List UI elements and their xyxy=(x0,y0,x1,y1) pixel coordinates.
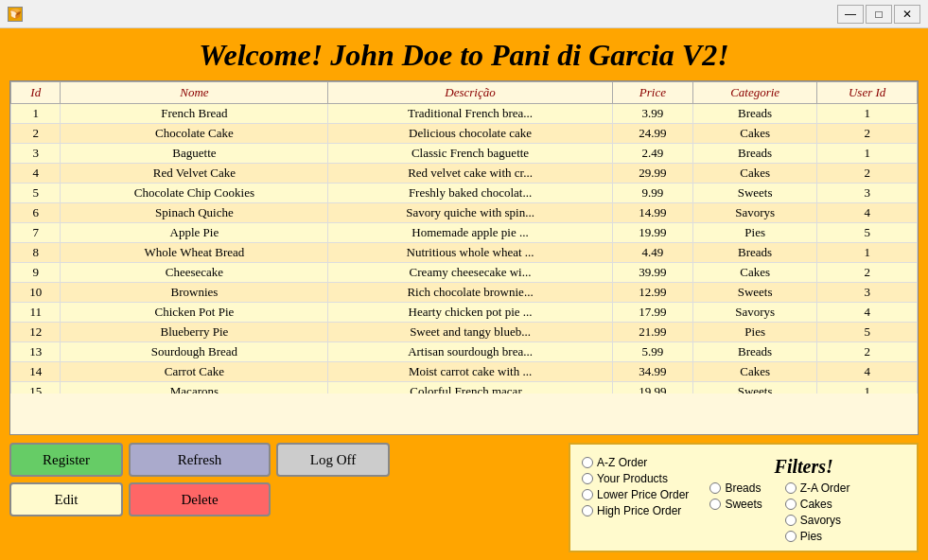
filter-your-products-radio[interactable] xyxy=(582,473,593,484)
table-row[interactable]: 12Blueberry PieSweet and tangy blueb...2… xyxy=(11,323,918,342)
table-cell: Classic French baguette xyxy=(328,144,612,164)
filters-right-column: Z-A Order Cakes Savorys xyxy=(785,481,850,543)
table-scroll[interactable]: Id Nome Descrição Price Categorie User I… xyxy=(10,81,918,394)
app-icon: 🍞 xyxy=(8,7,23,22)
table-cell: Sourdough Bread xyxy=(61,342,328,362)
table-row[interactable]: 9CheesecakeCreamy cheesecake wi...39.99C… xyxy=(11,263,918,283)
table-cell: Pies xyxy=(693,323,817,342)
bottom-area: Register Refresh Log Off Edit Delete Fil… xyxy=(0,435,928,560)
table-cell: Breads xyxy=(693,144,817,164)
filter-cakes: Cakes xyxy=(785,498,850,511)
table-row[interactable]: 15MacaronsColorful French macar...19.99S… xyxy=(11,382,918,394)
table-cell: Savory quiche with spin... xyxy=(328,203,612,223)
filter-sweets-radio[interactable] xyxy=(709,499,721,510)
table-cell: 13 xyxy=(11,342,61,362)
table-cell: Brownies xyxy=(61,283,328,303)
table-row[interactable]: 4Red Velvet CakeRed velvet cake with cr.… xyxy=(11,164,918,184)
title-bar: 🍞 — □ ✕ xyxy=(0,0,928,28)
table-cell: Whole Wheat Bread xyxy=(61,243,328,263)
filter-pies-radio[interactable] xyxy=(785,531,797,542)
filter-lower-price-radio[interactable] xyxy=(582,489,593,500)
table-cell: 3.99 xyxy=(612,104,692,124)
col-nome: Nome xyxy=(61,82,328,104)
table-cell: 29.99 xyxy=(612,164,692,184)
filter-pies: Pies xyxy=(785,530,850,543)
table-row[interactable]: 11Chicken Pot PieHearty chicken pot pie … xyxy=(11,303,918,323)
table-row[interactable]: 8Whole Wheat BreadNutritious whole wheat… xyxy=(11,243,918,263)
bottom-button-row: Edit Delete xyxy=(9,482,390,516)
table-row[interactable]: 2Chocolate CakeDelicious chocolate cake2… xyxy=(11,124,918,144)
table-row[interactable]: 6Spinach QuicheSavory quiche with spin..… xyxy=(11,203,918,223)
table-cell: 9.99 xyxy=(612,184,692,203)
table-cell: Spinach Quiche xyxy=(61,203,328,223)
filters-mid-column: Breads Sweets xyxy=(709,481,762,543)
table-cell: Breads xyxy=(693,243,817,263)
table-cell: Colorful French macar... xyxy=(328,382,612,394)
table-cell: Chicken Pot Pie xyxy=(61,303,328,323)
table-cell: 2.49 xyxy=(612,144,692,164)
table-cell: Sweets xyxy=(693,283,817,303)
table-cell: 39.99 xyxy=(612,263,692,283)
table-cell: 15 xyxy=(11,382,61,394)
table-cell: 2 xyxy=(817,342,918,362)
table-row[interactable]: 3BaguetteClassic French baguette2.49Brea… xyxy=(11,144,918,164)
col-id: Id xyxy=(11,82,61,104)
table-cell: Cakes xyxy=(693,124,817,144)
welcome-header: Welcome! John Doe to Pani di Garcia V2! xyxy=(0,28,928,80)
filter-savorys-radio[interactable] xyxy=(785,515,797,526)
table-cell: 6 xyxy=(11,203,61,223)
title-bar-left: 🍞 xyxy=(8,7,28,22)
table-cell: 1 xyxy=(817,243,918,263)
table-cell: 1 xyxy=(817,382,918,394)
delete-button[interactable]: Delete xyxy=(129,482,271,516)
filter-savorys: Savorys xyxy=(785,514,850,527)
filter-za-radio[interactable] xyxy=(785,482,797,494)
table-cell: 4 xyxy=(817,303,918,323)
close-button[interactable]: ✕ xyxy=(894,5,920,24)
table-body: 1French BreadTraditional French brea...3… xyxy=(11,104,918,394)
refresh-button[interactable]: Refresh xyxy=(129,443,271,477)
table-cell: Apple Pie xyxy=(61,223,328,243)
table-cell: Baguette xyxy=(61,144,328,164)
register-button[interactable]: Register xyxy=(9,443,123,477)
table-cell: 1 xyxy=(817,104,918,124)
filter-az-radio[interactable] xyxy=(582,457,593,468)
table-row[interactable]: 10BrowniesRich chocolate brownie...12.99… xyxy=(11,283,918,303)
table-row[interactable]: 5Chocolate Chip CookiesFreshly baked cho… xyxy=(11,184,918,203)
minimize-button[interactable]: — xyxy=(837,5,864,24)
table-cell: 10 xyxy=(11,283,61,303)
table-cell: Breads xyxy=(693,104,817,124)
filter-high-price-label: High Price Order xyxy=(597,504,681,517)
filter-high-price-radio[interactable] xyxy=(582,505,593,516)
table-container: Id Nome Descrição Price Categorie User I… xyxy=(9,80,919,435)
table-cell: 12 xyxy=(11,323,61,342)
table-cell: 4 xyxy=(11,164,61,184)
table-cell: Creamy cheesecake wi... xyxy=(328,263,612,283)
filter-high-price: High Price Order xyxy=(582,504,689,517)
table-cell: 12.99 xyxy=(612,283,692,303)
table-cell: Delicious chocolate cake xyxy=(328,124,612,144)
col-userid: User Id xyxy=(817,82,918,104)
title-bar-buttons: — □ ✕ xyxy=(837,5,920,24)
table-cell: 3 xyxy=(817,184,918,203)
table-cell: 5 xyxy=(817,223,918,243)
filter-az-label: A-Z Order xyxy=(597,456,647,469)
table-row[interactable]: 14Carrot CakeMoist carrot cake with ...3… xyxy=(11,362,918,382)
table-cell: 34.99 xyxy=(612,362,692,382)
table-row[interactable]: 1French BreadTraditional French brea...3… xyxy=(11,104,918,124)
logoff-button[interactable]: Log Off xyxy=(276,443,390,477)
edit-button[interactable]: Edit xyxy=(9,482,123,516)
table-cell: 5.99 xyxy=(612,342,692,362)
filter-cakes-radio[interactable] xyxy=(785,499,797,510)
maximize-button[interactable]: □ xyxy=(866,5,892,24)
table-cell: Red velvet cake with cr... xyxy=(328,164,612,184)
table-row[interactable]: 13Sourdough BreadArtisan sourdough brea.… xyxy=(11,342,918,362)
table-cell: 3 xyxy=(817,283,918,303)
filter-breads-radio[interactable] xyxy=(709,482,721,494)
table-cell: French Bread xyxy=(61,104,328,124)
filters-left-column: A-Z Order Your Products Lower Price Orde… xyxy=(582,456,689,517)
products-table: Id Nome Descrição Price Categorie User I… xyxy=(10,81,918,394)
filter-breads: Breads xyxy=(709,481,762,495)
app-background: Welcome! John Doe to Pani di Garcia V2! … xyxy=(0,28,928,560)
table-row[interactable]: 7Apple PieHomemade apple pie ...19.99Pie… xyxy=(11,223,918,243)
